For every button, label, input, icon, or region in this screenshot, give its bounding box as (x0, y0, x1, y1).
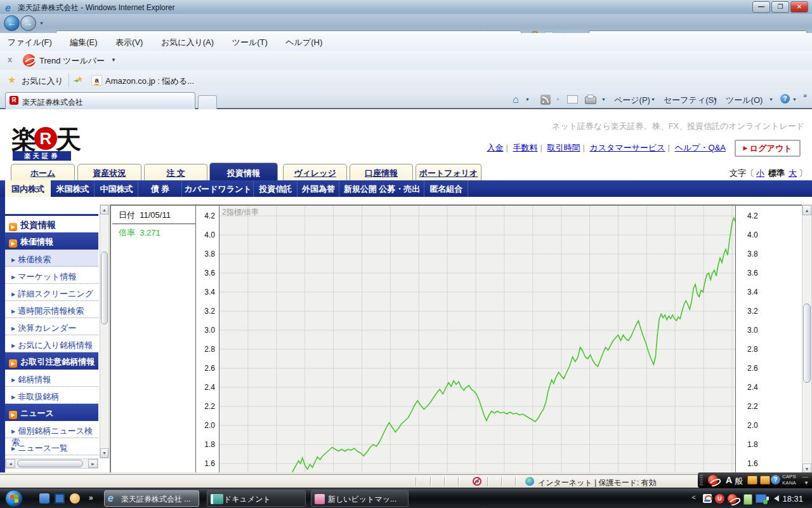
feed-dropdown-icon[interactable]: ▼ (556, 97, 560, 102)
subtab-china-stocks[interactable]: 中国株式 (95, 180, 138, 197)
favorites-star-icon[interactable]: ★ (8, 74, 16, 86)
link-deposit[interactable]: 入金 (487, 143, 503, 152)
menu-file[interactable]: ファイル(F) (0, 33, 60, 48)
taskbar-window-rakuten[interactable]: e 楽天証券株式会社 ... (104, 490, 199, 507)
subtab-us-stocks[interactable]: 米国株式 (51, 180, 95, 197)
maximize-button[interactable]: ❐ (771, 1, 789, 13)
ime-minimize-icon[interactable]: — (802, 474, 808, 480)
start-button[interactable] (5, 490, 23, 507)
ime-caps-indicator[interactable]: CAPS (782, 474, 796, 479)
forward-button[interactable]: → (20, 15, 36, 31)
font-size-large[interactable]: 大 (789, 168, 797, 178)
link-customer-service[interactable]: カスタマーサービス (589, 143, 665, 152)
trend-micro-tray-icon[interactable] (708, 475, 718, 485)
java-tray-icon[interactable] (703, 494, 712, 503)
tab-portfolio[interactable]: ポートフォリオ (416, 164, 481, 180)
sidebar-root-investment-info[interactable]: ▶投資情報 (5, 214, 98, 232)
ratio-line-chart[interactable] (219, 206, 735, 472)
favorite-item-amazon[interactable]: Amazon.co.jp : 悩める... (105, 76, 194, 87)
menu-favorites[interactable]: お気に入り(A) (154, 33, 221, 48)
menu-edit[interactable]: 編集(E) (62, 33, 105, 48)
link-fees[interactable]: 手数料 (513, 143, 537, 152)
ime-options-icon[interactable]: ▼ (804, 480, 809, 486)
tools-dropdown-icon[interactable]: ▼ (769, 97, 773, 102)
new-tab-button[interactable] (198, 95, 217, 110)
scroll-up-icon[interactable]: ▲ (802, 205, 811, 215)
tab-home[interactable]: ホーム (11, 164, 75, 180)
sidebar-item-screening[interactable]: ▶詳細スクリーニング (5, 284, 98, 301)
scroll-up-icon[interactable]: ▲ (100, 205, 108, 215)
sidebar-hscrollbar[interactable]: ◄ ► (5, 458, 98, 469)
help-dropdown-icon[interactable]: ▼ (792, 97, 797, 102)
sidebar-section-caution-stocks[interactable]: ▶お取引注意銘柄情報 (5, 352, 98, 370)
rakuten-securities-logo[interactable]: 楽R天 楽天証券 (11, 122, 80, 157)
subtab-bonds[interactable]: 債 券 (139, 180, 182, 197)
sidebar-item-stock-news-search[interactable]: ▶個別銘柄ニュース検索 (5, 421, 98, 438)
menu-help[interactable]: ヘルプ(H) (278, 33, 330, 48)
ime-kana-indicator[interactable]: KANA (782, 480, 796, 486)
subtab-domestic-stocks[interactable]: 国内株式 (5, 180, 51, 197)
sidebar-item-earnings-calendar[interactable]: ▶決算カレンダー (5, 318, 98, 335)
tab-orders[interactable]: 注 文 (144, 164, 207, 180)
sidebar-section-stock-price-info[interactable]: ▶株価情報 (5, 232, 98, 250)
tab-account-info[interactable]: 口座情報 (350, 164, 413, 180)
scrollbar-thumb[interactable] (803, 304, 811, 383)
sidebar-item-disclosure-search[interactable]: ▶適時開示情報検索 (5, 301, 98, 318)
sidebar-item-market-info[interactable]: ▶マーケット情報 (5, 267, 98, 284)
page-scrollbar[interactable]: ▲ ▼ (802, 204, 812, 474)
trend-micro-tray-icon[interactable] (728, 494, 737, 504)
quick-launch-switcher-icon[interactable] (39, 493, 49, 504)
show-desktop-icon[interactable] (55, 493, 65, 504)
quick-launch-overflow-icon[interactable]: » (89, 493, 93, 502)
safety-menu[interactable]: セーフティ(S) (664, 95, 717, 106)
font-size-normal[interactable]: 標準 (768, 168, 785, 178)
drag-handle[interactable] (700, 475, 703, 485)
history-dropdown-icon[interactable]: ▼ (39, 21, 44, 25)
ime-input-mode-a[interactable]: A (726, 475, 732, 485)
favorites-button[interactable]: お気に入り (22, 76, 63, 87)
home-icon[interactable]: ⌂ (513, 94, 519, 105)
taskbar-window-documents[interactable]: ドキュメント (207, 490, 306, 507)
network-icon[interactable] (756, 494, 766, 503)
home-dropdown-icon[interactable]: ▼ (525, 97, 530, 102)
toolbar-overflow-icon[interactable]: » (803, 91, 807, 99)
volume-icon[interactable] (774, 495, 779, 502)
trend-dropdown-icon[interactable]: ▼ (111, 57, 116, 63)
inprivate-filter-icon[interactable] (473, 477, 481, 486)
safety-dropdown-icon[interactable]: ▼ (713, 97, 717, 102)
power-plug-icon[interactable] (743, 494, 752, 505)
taskbar-window-bitmap[interactable]: 新しいビットマッ... (311, 490, 409, 507)
scrollbar-thumb[interactable] (101, 251, 108, 324)
scroll-down-icon[interactable]: ▼ (100, 448, 108, 458)
window-titlebar[interactable]: e 楽天証券株式会社 - Windows Internet Explorer —… (0, 0, 812, 15)
menu-tools[interactable]: ツール(T) (225, 33, 275, 48)
taskbar-clock[interactable]: 18:31 (782, 494, 803, 504)
tab-assets[interactable]: 資産状況 (77, 164, 141, 180)
ime-pad-icon[interactable] (760, 476, 770, 485)
quick-launch-clock-icon[interactable] (70, 493, 80, 504)
sidebar-item-favorite-stocks[interactable]: ▶お気に入り銘柄情報 (5, 335, 98, 352)
print-icon[interactable] (585, 97, 596, 104)
subtab-ipo[interactable]: 新規公開 公募・売出 (340, 180, 424, 197)
link-trading-hours[interactable]: 取引時間 (547, 143, 580, 152)
scrollbar-thumb[interactable] (17, 460, 83, 467)
menu-view[interactable]: 表示(V) (108, 33, 150, 48)
sidebar-item-stock-search[interactable]: ▶株価検索 (5, 250, 98, 267)
chart-plot-area[interactable]: 2指標/倍率 (219, 206, 736, 472)
ime-language-bar[interactable]: A 般 ? CAPS KANA — ▼ (698, 472, 812, 488)
minimize-button[interactable]: — (752, 1, 770, 13)
add-favorite-icon[interactable]: ★➜ (76, 74, 84, 84)
subtab-anonymous-partnership[interactable]: 匿名組合 (425, 180, 468, 197)
subtab-forex[interactable]: 外国為替 (298, 180, 339, 197)
ime-toolbox-icon[interactable] (747, 476, 757, 485)
font-size-small[interactable]: 小 (756, 168, 764, 178)
sidebar-scrollbar[interactable]: ▲ ▼ (100, 204, 109, 458)
ime-help-icon[interactable]: ? (771, 475, 780, 485)
page-menu[interactable]: ページ(P) (614, 95, 650, 106)
browser-tab[interactable]: R 楽天証券株式会社 (5, 92, 195, 109)
subtab-investment-trusts[interactable]: 投資信託 (254, 180, 298, 197)
tools-menu[interactable]: ツール(O) (726, 95, 763, 106)
back-button[interactable]: ← (4, 15, 20, 31)
tray-expand-icon[interactable]: < (692, 493, 696, 501)
ime-conversion-mode[interactable]: 般 (735, 476, 743, 487)
